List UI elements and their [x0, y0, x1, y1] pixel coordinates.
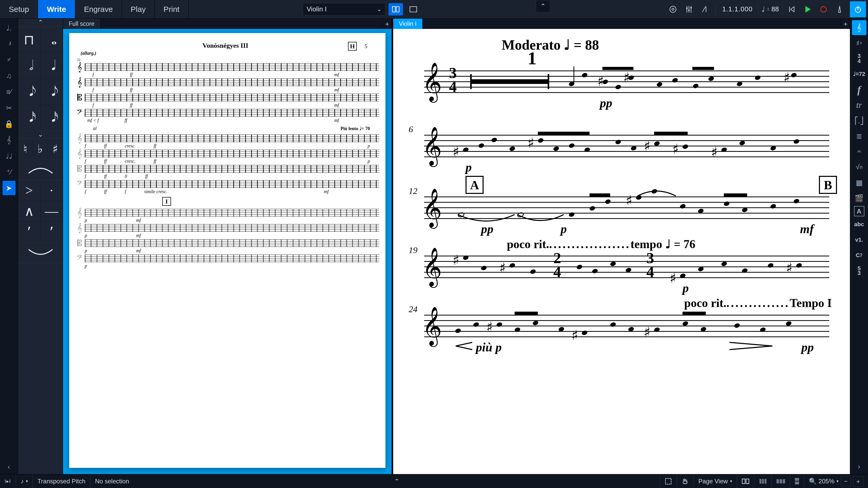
video-popover-button[interactable]: 🎬	[852, 191, 866, 205]
chords-popover-button[interactable]: C7	[852, 248, 866, 263]
marcato-button[interactable]: ∧	[18, 201, 40, 222]
mode-write[interactable]: Write	[38, 0, 75, 18]
tab-full-score[interactable]: Full score	[63, 19, 100, 29]
lower-zone-toggle[interactable]: ⌃	[390, 474, 404, 488]
position-readout[interactable]: 1.1.1.000	[719, 5, 756, 13]
left-tab-add[interactable]: ＋	[382, 19, 392, 29]
score-title: Vonósnégyes III	[203, 42, 248, 51]
eighth-note-button[interactable]: 𝅘𝅥𝅮	[18, 78, 40, 104]
tempo-76: tempo ♩ = 76	[630, 237, 695, 251]
tempo-popover-button[interactable]: ♩=72	[852, 67, 866, 82]
right-tab-add[interactable]: ＋	[841, 19, 850, 29]
quarter-note-button[interactable]: 𝅘𝅥	[40, 53, 63, 78]
marquee-tool[interactable]	[660, 474, 677, 488]
click-button[interactable]	[832, 2, 847, 17]
note-panel-scroll-up[interactable]: ⌃	[18, 19, 63, 27]
holds-popover-button[interactable]: 𝄐	[852, 144, 866, 159]
ornaments-popover-button[interactable]: tr	[852, 98, 866, 112]
selection-readout: No selection	[90, 474, 134, 488]
dyn-pp-sys5: pp	[801, 337, 829, 354]
svg-rect-2	[410, 6, 417, 12]
left-tabbar: Full score ＋	[63, 19, 392, 29]
sharp-button[interactable]: ♯	[48, 139, 63, 159]
sixteenth-note-alt-button[interactable]: 𝅘𝅥𝅯	[40, 104, 63, 130]
bars-popover-button[interactable]: ▦	[852, 175, 866, 190]
part-viewport[interactable]: Moderato ♩ = 88 1 𝄞 3 4	[393, 29, 850, 474]
staccato-button[interactable]: ·	[40, 180, 63, 201]
play-button[interactable]	[800, 2, 815, 17]
note-input-indicator[interactable]: ♪ ▾	[16, 474, 33, 488]
page-arrange-vertical[interactable]	[790, 474, 804, 488]
zoom-in-button[interactable]: ＋	[853, 476, 863, 486]
accent-button[interactable]: >	[18, 180, 40, 201]
staccatissimo2-button[interactable]: ʼ	[40, 222, 63, 242]
video-window-button[interactable]	[666, 2, 680, 17]
tuplet-tool[interactable]: ⁺⁄	[3, 165, 16, 179]
tenuto-button[interactable]: —	[40, 201, 63, 222]
natural-button[interactable]: ♮	[18, 139, 33, 159]
slur-button[interactable]	[18, 160, 63, 180]
rest-tool[interactable]: 𝄽	[3, 37, 16, 51]
zoom-value[interactable]: 205%	[819, 478, 834, 485]
repeats-popover-button[interactable]: √n	[852, 160, 866, 174]
lock-tool[interactable]: 🔒	[3, 117, 16, 131]
transport-panel-button[interactable]	[698, 2, 712, 17]
mode-print[interactable]: Print	[155, 0, 189, 18]
dynamics-popover-button[interactable]: f	[852, 82, 866, 97]
status-bar: I▸I ♪ ▾ Transposed Pitch No selection ⌃ …	[0, 474, 868, 488]
tremolo-tool[interactable]: ≡⁄	[3, 85, 16, 99]
time-sig-popover-button[interactable]: 34	[852, 51, 866, 66]
eighth-note-alt-button[interactable]: 𝅘𝅥𝅮	[40, 78, 63, 104]
galley-vertical-split-button[interactable]	[389, 3, 403, 15]
zoom-out-button[interactable]: −	[841, 476, 851, 486]
lyrics-popover-button[interactable]: v1.	[852, 232, 866, 247]
record-button[interactable]	[816, 2, 831, 17]
workspace-expand-button[interactable]: ⌃	[536, 0, 550, 12]
mixer-button[interactable]	[682, 2, 696, 17]
page-arrange-spread[interactable]	[754, 474, 771, 488]
staccatissimo-button[interactable]: ʼ	[18, 222, 40, 242]
left-tool-rail: ♩. 𝄽 𝄎 ♫ ≡⁄ ✂ 🔒 𝄞 ♩♩ ⁺⁄ ➤ ‹	[0, 19, 18, 474]
grace-note-tool[interactable]: ♫	[3, 69, 16, 83]
tempo-readout[interactable]: ♩ ↕ 88	[758, 3, 783, 15]
note-panel-scroll-down[interactable]: ⌄	[18, 130, 63, 139]
pitch-mode[interactable]: Transposed Pitch	[33, 474, 90, 488]
whole-note-button[interactable]: 𝅝	[40, 27, 63, 53]
cut-tool[interactable]: ✂	[3, 101, 16, 115]
piu-lento-text: Più lento ♩= 70	[340, 126, 370, 131]
mode-engrave[interactable]: Engrave	[75, 0, 122, 18]
figured-bass-button[interactable]: 53	[852, 263, 866, 278]
clef-tool[interactable]: 𝄞	[3, 133, 16, 147]
half-note-button[interactable]: 𝅗𝅥	[18, 53, 40, 78]
legato-slur-button[interactable]	[18, 242, 63, 263]
bar-repeat-tool[interactable]: 𝄎	[3, 53, 16, 67]
layout-dropdown[interactable]: Violin I ⌄	[303, 3, 385, 15]
rehearsal-mark-button[interactable]: A	[854, 206, 864, 216]
sixteenth-note-button[interactable]: 𝅘𝅥𝅯	[18, 104, 40, 130]
bar-tool[interactable]: ♩♩	[3, 149, 16, 163]
hand-tool[interactable]	[677, 474, 693, 488]
right-rail-collapse[interactable]: ›	[852, 459, 866, 474]
rewind-button[interactable]	[784, 2, 799, 17]
selection-tool[interactable]: ➤	[3, 181, 16, 195]
galley-single-button[interactable]	[406, 3, 421, 15]
clef-popover-button[interactable]: 𝄞	[852, 20, 866, 35]
mode-play[interactable]: Play	[122, 0, 155, 18]
audio-power-button[interactable]	[850, 1, 866, 17]
text-popover-button[interactable]: abc	[852, 217, 866, 232]
left-rail-collapse[interactable]: ‹	[3, 460, 16, 474]
playing-techniques-button[interactable]: ⎡.⎦	[852, 113, 866, 128]
key-sig-popover-button[interactable]: ♯♯	[852, 36, 866, 51]
lines-popover-button[interactable]: ≣	[852, 129, 866, 143]
pedal-icon[interactable]: ⊓	[18, 27, 40, 53]
insert-mode-indicator[interactable]: I▸I	[0, 474, 16, 488]
page-arrange-single[interactable]	[737, 474, 754, 488]
flat-button[interactable]: ♭	[33, 139, 48, 159]
dotted-note-tool[interactable]: ♩.	[3, 21, 16, 35]
view-mode-select[interactable]: Page View▾	[693, 474, 737, 488]
page-arrange-horizontal[interactable]	[771, 474, 790, 488]
mode-setup[interactable]: Setup	[0, 0, 38, 18]
svg-rect-10	[665, 479, 671, 484]
tab-violin-1[interactable]: Violin I	[393, 19, 423, 29]
full-score-viewport[interactable]: Vonósnégyes III H 5 (allarg.) 51 𝄞 fffmf…	[63, 29, 392, 474]
